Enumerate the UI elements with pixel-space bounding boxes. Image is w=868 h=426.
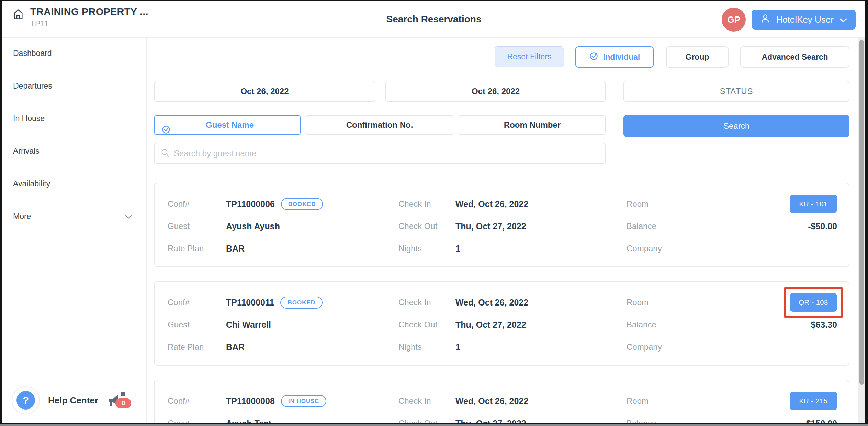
conf-number: TP11000006 — [226, 199, 275, 209]
question-mark-icon: ? — [16, 391, 35, 410]
check-out-date: Thu, Oct 27, 2022 — [455, 418, 526, 424]
rate-plan-label: Rate Plan — [168, 244, 226, 253]
room-badge[interactable]: KR - 101 — [790, 195, 837, 213]
nights-label: Nights — [398, 342, 455, 352]
balance: -$50.00 — [808, 221, 837, 231]
help-center-label: Help Center — [48, 395, 98, 406]
sidebar-item-departures[interactable]: Departures — [13, 80, 132, 92]
guest-label: Guest — [168, 320, 226, 330]
rate-plan: BAR — [226, 244, 245, 254]
search-button[interactable]: Search — [623, 115, 849, 137]
check-out-label: Check Out — [398, 320, 455, 330]
check-out-date-field[interactable]: Oct 26, 2022 — [385, 81, 606, 102]
app-window: TRAINING PROPERTY ... TP11 Search Reserv… — [0, 0, 868, 424]
guest-name: Chi Warrell — [226, 320, 271, 330]
guest-label: Guest — [168, 221, 226, 231]
guest-name-tab[interactable]: Guest Name — [154, 115, 301, 135]
check-in-label: Check In — [398, 396, 455, 406]
company-label: Company — [627, 342, 662, 352]
check-circle-icon — [589, 51, 598, 63]
chevron-down-icon — [125, 212, 132, 221]
company-label: Company — [627, 244, 662, 253]
rate-plan: BAR — [226, 342, 245, 352]
reservation-card[interactable]: Conf# TP11000006 BOOKED Guest Ayush Ayus… — [154, 183, 849, 267]
scrollbar-thumb[interactable] — [859, 40, 864, 385]
check-in-label: Check In — [398, 199, 455, 209]
sidebar-item-more[interactable]: More — [13, 210, 132, 222]
avatar[interactable]: GP — [722, 8, 746, 32]
individual-tab[interactable]: Individual — [575, 46, 654, 68]
reset-filters-button[interactable]: Reset Filters — [495, 46, 564, 67]
reservation-card[interactable]: Conf# TP11000008 IN HOUSE Guest Ayush Te… — [154, 380, 849, 424]
user-menu-button[interactable]: HotelKey User — [752, 10, 856, 30]
room-label: Room — [627, 396, 649, 406]
conf-number: TP11000011 — [226, 298, 274, 308]
check-in-label: Check In — [398, 298, 455, 307]
room-label: Room — [627, 298, 649, 307]
confirmation-no-tab[interactable]: Confirmation No. — [306, 115, 453, 135]
sidebar-item-dashboard[interactable]: Dashboard — [13, 47, 132, 59]
check-out-date: Thu, Oct 27, 2022 — [455, 320, 526, 330]
top-header: TRAINING PROPERTY ... TP11 Search Reserv… — [2, 1, 865, 38]
guest-search-box — [154, 143, 606, 164]
status-badge: BOOKED — [281, 198, 323, 210]
status-badge: IN HOUSE — [281, 395, 326, 407]
balance-label: Balance — [627, 320, 656, 330]
nights-label: Nights — [398, 244, 455, 253]
highlight-annotation: QR - 108 — [784, 287, 843, 318]
help-center: ? Help Center 0 — [12, 386, 129, 415]
screenshot-frame: TRAINING PROPERTY ... TP11 Search Reserv… — [0, 0, 868, 426]
check-in-date: Wed, Oct 26, 2022 — [455, 298, 528, 308]
balance: $150.00 — [806, 418, 837, 424]
status-select[interactable]: STATUS — [623, 81, 849, 102]
conf-label: Conf# — [168, 298, 226, 307]
balance: $63.30 — [811, 320, 837, 330]
user-menu-label: HotelKey User — [776, 14, 834, 25]
conf-number: TP11000008 — [226, 396, 275, 406]
nights: 1 — [455, 244, 460, 254]
check-out-label: Check Out — [398, 221, 455, 231]
nights: 1 — [455, 342, 460, 352]
sidebar: Dashboard Departures In House Arrivals A… — [2, 38, 147, 423]
header-right: GP HotelKey User — [722, 1, 856, 38]
search-icon — [161, 148, 170, 159]
sidebar-item-arrivals[interactable]: Arrivals — [13, 145, 132, 157]
balance-label: Balance — [627, 221, 656, 231]
conf-label: Conf# — [168, 199, 226, 209]
announcements-button[interactable]: 0 — [106, 391, 129, 409]
status-badge: BOOKED — [280, 297, 323, 309]
sidebar-item-availability[interactable]: Availability — [13, 177, 132, 190]
check-out-label: Check Out — [398, 418, 455, 424]
scrollbar-track — [858, 38, 865, 423]
conf-label: Conf# — [168, 396, 226, 406]
room-number-tab[interactable]: Room Number — [459, 115, 606, 135]
guest-name: Ayush Test — [226, 418, 271, 424]
guest-label: Guest — [168, 418, 226, 424]
advanced-search-button[interactable]: Advanced Search — [740, 46, 849, 68]
rate-plan-label: Rate Plan — [168, 342, 226, 352]
room-badge[interactable]: QR - 108 — [790, 293, 837, 312]
room-badge[interactable]: KR - 215 — [790, 392, 837, 410]
balance-label: Balance — [627, 418, 656, 424]
reservation-card[interactable]: Conf# TP11000011 BOOKED Guest Chi Warrel… — [154, 281, 849, 366]
chevron-down-icon — [839, 14, 847, 25]
sidebar-item-in-house[interactable]: In House — [13, 112, 132, 125]
search-input[interactable] — [174, 149, 599, 158]
announcement-count-badge: 0 — [115, 398, 131, 408]
check-in-date: Wed, Oct 26, 2022 — [455, 199, 528, 209]
check-in-date-field[interactable]: Oct 26, 2022 — [154, 81, 375, 102]
check-out-date: Thu, Oct 27, 2022 — [455, 221, 526, 231]
person-icon — [760, 13, 770, 26]
check-in-date: Wed, Oct 26, 2022 — [455, 396, 528, 406]
room-label: Room — [627, 199, 649, 209]
help-center-button[interactable]: ? — [12, 386, 40, 414]
guest-name: Ayush Ayush — [226, 221, 280, 231]
group-tab[interactable]: Group — [666, 46, 729, 68]
